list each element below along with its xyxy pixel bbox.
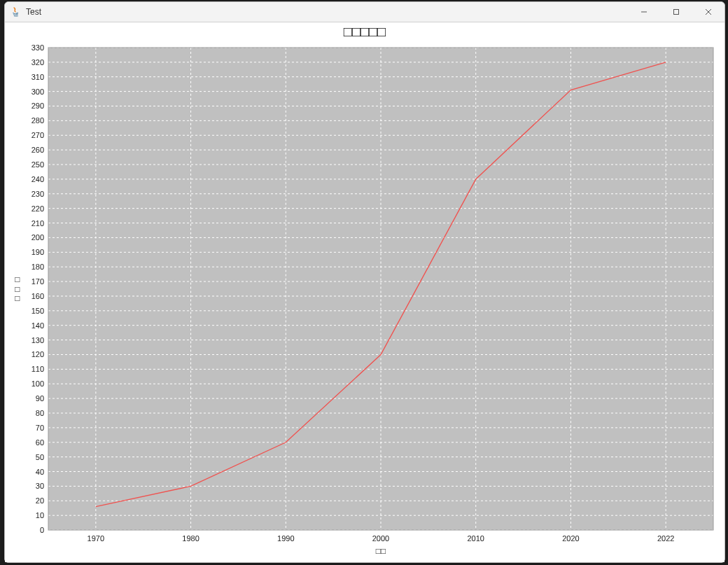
- y-tick-label: 310: [31, 73, 44, 81]
- y-axis-label: □: [15, 284, 20, 294]
- minimize-button[interactable]: [628, 2, 660, 22]
- y-tick-label: 60: [36, 438, 44, 447]
- chart-title: □□□□□: [344, 24, 386, 39]
- y-tick-label: 180: [31, 263, 44, 271]
- y-tick-label: 260: [31, 146, 44, 154]
- x-tick-label: 2000: [372, 534, 389, 543]
- y-tick-label: 170: [31, 277, 44, 286]
- y-axis-label: □: [15, 293, 20, 303]
- chart-panel: □□□□□01020304050607080901001101201301401…: [5, 22, 724, 562]
- x-tick-label: 1970: [88, 534, 104, 543]
- y-tick-label: 100: [31, 379, 44, 388]
- y-tick-label: 280: [31, 116, 44, 125]
- y-tick-label: 130: [31, 336, 44, 344]
- window-title: Test: [26, 7, 41, 17]
- y-tick-label: 220: [31, 204, 44, 213]
- close-button[interactable]: [692, 2, 724, 22]
- y-tick-label: 20: [36, 496, 44, 505]
- y-tick-label: 120: [31, 350, 44, 358]
- y-tick-label: 270: [31, 131, 44, 139]
- y-tick-label: 320: [31, 58, 44, 67]
- x-tick-label: 2022: [657, 534, 674, 543]
- y-tick-label: 300: [31, 88, 44, 96]
- maximize-button[interactable]: [660, 2, 692, 22]
- titlebar[interactable]: Test: [5, 2, 724, 22]
- java-app-icon: [10, 6, 22, 18]
- y-tick-label: 40: [36, 468, 44, 476]
- y-tick-label: 140: [31, 321, 44, 330]
- y-tick-label: 160: [31, 292, 44, 300]
- y-tick-label: 70: [36, 424, 44, 432]
- y-tick-label: 210: [31, 219, 44, 228]
- y-axis-label: □: [15, 274, 20, 284]
- y-tick-label: 150: [31, 307, 44, 315]
- y-tick-label: 290: [31, 102, 44, 110]
- app-window: Test □□□□□010203040506070809010011012013…: [4, 1, 725, 563]
- y-tick-label: 250: [31, 160, 44, 169]
- chart-svg: □□□□□01020304050607080901001101201301401…: [5, 22, 724, 562]
- svg-rect-1: [674, 10, 679, 15]
- y-tick-label: 50: [36, 453, 44, 461]
- y-tick-label: 330: [31, 43, 44, 52]
- y-tick-label: 200: [31, 233, 44, 242]
- x-tick-label: 2010: [467, 534, 484, 543]
- y-tick-label: 80: [36, 409, 44, 417]
- y-tick-label: 0: [40, 526, 44, 534]
- y-tick-label: 110: [31, 365, 44, 373]
- y-tick-label: 190: [31, 248, 44, 256]
- x-tick-label: 1990: [277, 534, 294, 543]
- x-axis-label: □□: [376, 546, 386, 556]
- x-tick-label: 1980: [182, 534, 199, 543]
- x-tick-label: 2020: [562, 534, 579, 543]
- y-tick-label: 30: [36, 482, 44, 490]
- y-tick-label: 230: [31, 190, 44, 198]
- y-tick-label: 90: [36, 394, 44, 403]
- y-tick-label: 10: [36, 511, 44, 519]
- y-tick-label: 240: [31, 175, 44, 183]
